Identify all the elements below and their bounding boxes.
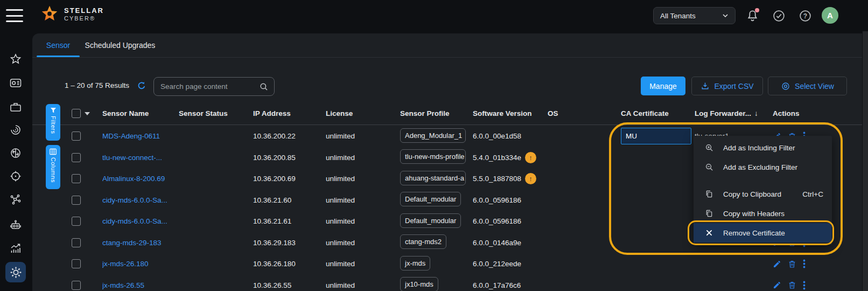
sidebar-item-dashboard[interactable] xyxy=(5,73,26,93)
col-software-version[interactable]: Software Version xyxy=(473,109,548,117)
tenant-selector[interactable]: All Tenants xyxy=(653,7,736,24)
col-sensor-profile[interactable]: Sensor Profile xyxy=(400,109,473,117)
sensor-profile-chip: jx-mds xyxy=(400,256,430,271)
user-avatar[interactable]: A xyxy=(822,7,838,24)
sidebar-item-detections[interactable] xyxy=(5,166,26,186)
col-log-forwarder[interactable]: Log Forwarder...↓ xyxy=(695,109,773,117)
sidebar-item-ai-investigate[interactable] xyxy=(5,143,26,163)
table-header: Sensor Name Sensor Status IP Address Lic… xyxy=(32,102,862,125)
software-version-cell: 5.5.0_1887808 xyxy=(473,175,521,183)
software-version-cell: 5.4.0_01b334e xyxy=(473,154,521,162)
ca-certificate-input[interactable] xyxy=(621,128,691,144)
edit-icon[interactable] xyxy=(773,260,781,268)
stellar-cyber-logo: STELLAR CYBER® xyxy=(40,5,104,24)
manage-button[interactable]: Manage xyxy=(641,77,685,95)
row-checkbox[interactable] xyxy=(72,196,81,205)
export-csv-button[interactable]: Export CSV xyxy=(691,77,763,95)
select-all-checkbox[interactable] xyxy=(72,109,81,118)
sensor-name-link[interactable]: cidy-mds-6.0.0-Sa... xyxy=(102,217,179,225)
ip-address-cell: 10.36.21.61 xyxy=(253,217,326,225)
row-checkbox[interactable] xyxy=(72,259,81,268)
col-actions[interactable]: Actions xyxy=(773,109,862,117)
sidebar-item-reports[interactable] xyxy=(5,238,26,259)
sidebar-item-automation[interactable] xyxy=(5,214,26,235)
software-version-cell: 6.0.0_00e1d58 xyxy=(473,132,521,140)
license-cell: unlimited xyxy=(326,260,400,268)
col-ip-address[interactable]: IP Address xyxy=(253,109,326,117)
row-checkbox[interactable] xyxy=(72,153,81,162)
hamburger-menu-icon[interactable] xyxy=(6,9,23,22)
search-input[interactable] xyxy=(160,82,259,91)
sort-desc-icon[interactable]: ↓ xyxy=(754,109,758,117)
software-version-cell: 6.0.0_17a76c6 xyxy=(473,281,521,289)
table-row: jx-mds-26.180 10.36.26.180 unlimited jx-… xyxy=(32,253,862,275)
col-ca-certificate[interactable]: CA Certificate xyxy=(621,109,695,117)
columns-icon xyxy=(50,148,57,155)
upgrade-available-icon[interactable]: ↑ xyxy=(525,152,536,163)
tab-scheduled-upgrades[interactable]: Scheduled Upgrades xyxy=(83,33,157,57)
chart-icon xyxy=(9,242,22,255)
search-icon[interactable] xyxy=(259,82,269,92)
row-checkbox[interactable] xyxy=(72,238,81,247)
upgrade-available-icon[interactable]: ↑ xyxy=(525,173,536,184)
sidebar-item-settings[interactable] xyxy=(5,262,26,282)
sensor-name-link[interactable]: cidy-mds-6.0.0-Sa... xyxy=(102,196,179,204)
sensor-profile-chip: tlu-new-mds-profile xyxy=(400,149,466,164)
delete-icon[interactable] xyxy=(788,260,796,268)
table-row: jx-mds-26.55 10.36.26.55 unlimited jx10-… xyxy=(32,275,862,291)
notifications-bell-icon[interactable] xyxy=(746,9,759,23)
more-actions-icon[interactable] xyxy=(803,259,806,268)
license-cell: unlimited xyxy=(326,281,400,289)
sidebar-item-correlations[interactable] xyxy=(5,189,26,210)
filters-button[interactable]: Filters xyxy=(46,104,60,141)
sensor-name-link[interactable]: tlu-new-connect-... xyxy=(102,154,179,162)
gear-icon xyxy=(9,266,23,279)
col-sensor-status[interactable]: Sensor Status xyxy=(179,109,253,117)
sidebar-item-cases[interactable] xyxy=(5,97,26,117)
sidebar-item-threat-hunting[interactable] xyxy=(5,120,26,140)
select-view-button[interactable]: Select View xyxy=(768,77,847,95)
columns-button[interactable]: Columns xyxy=(46,145,60,189)
context-menu-item-copy-to-clipboard[interactable]: Copy to Clipboard Ctrl+C xyxy=(694,184,832,204)
software-version-cell: 6.0.0_0146a9e xyxy=(473,239,521,247)
software-version-cell: 6.0.0_212eede xyxy=(473,260,521,268)
vertical-scrollbar[interactable] xyxy=(863,31,868,291)
col-sensor-name[interactable]: Sensor Name xyxy=(102,109,179,117)
tab-bar: Sensor Scheduled Upgrades xyxy=(32,33,862,58)
sensor-name-link[interactable]: ctang-mds-29-183 xyxy=(102,239,179,247)
license-cell: unlimited xyxy=(326,239,400,247)
col-os[interactable]: OS xyxy=(548,109,621,117)
row-checkbox[interactable] xyxy=(72,174,81,183)
context-menu-item-add-as-including-filter[interactable]: Add as Including Filter xyxy=(694,138,832,157)
row-checkbox[interactable] xyxy=(72,131,81,141)
sidebar-item-favorites[interactable] xyxy=(5,49,26,70)
col-license[interactable]: License xyxy=(326,109,400,117)
dashboard-icon xyxy=(9,77,22,89)
context-menu-item-remove-certificate[interactable]: Remove Certificate xyxy=(694,223,832,242)
zoom-in-icon xyxy=(704,143,714,153)
sensor-name-link[interactable]: Almalinux-8-200.69 xyxy=(102,175,179,183)
sensor-name-link[interactable]: jx-mds-26.180 xyxy=(102,260,179,268)
license-cell: unlimited xyxy=(326,175,400,183)
sensor-profile-chip: Adeng_Modular_1 xyxy=(400,128,466,143)
help-icon[interactable]: ? xyxy=(799,9,812,23)
tasks-check-icon[interactable] xyxy=(772,9,786,23)
sensor-name-link[interactable]: jx-mds-26.55 xyxy=(102,281,179,289)
notification-dot xyxy=(755,8,759,12)
row-checkbox[interactable] xyxy=(72,217,81,226)
logo-text-line1: STELLAR xyxy=(64,7,104,15)
row-checkbox[interactable] xyxy=(72,281,81,290)
ip-address-cell: 10.36.29.183 xyxy=(253,239,326,247)
context-menu-item-add-as-excluding-filter[interactable]: Add as Excluding Filter xyxy=(694,157,832,177)
context-menu-item-copy-with-headers[interactable]: Copy with Headers xyxy=(694,204,832,223)
svg-text:?: ? xyxy=(803,12,807,20)
license-cell: unlimited xyxy=(326,132,400,140)
delete-icon[interactable] xyxy=(788,281,796,289)
refresh-icon[interactable] xyxy=(136,80,147,91)
more-actions-icon[interactable] xyxy=(803,281,806,290)
edit-icon[interactable] xyxy=(773,281,781,289)
select-dropdown-caret-icon[interactable] xyxy=(85,112,90,115)
remove-icon xyxy=(704,229,714,237)
tab-sensor[interactable]: Sensor xyxy=(37,33,80,57)
sensor-name-link[interactable]: MDS-Adeng-0611 xyxy=(102,132,179,140)
